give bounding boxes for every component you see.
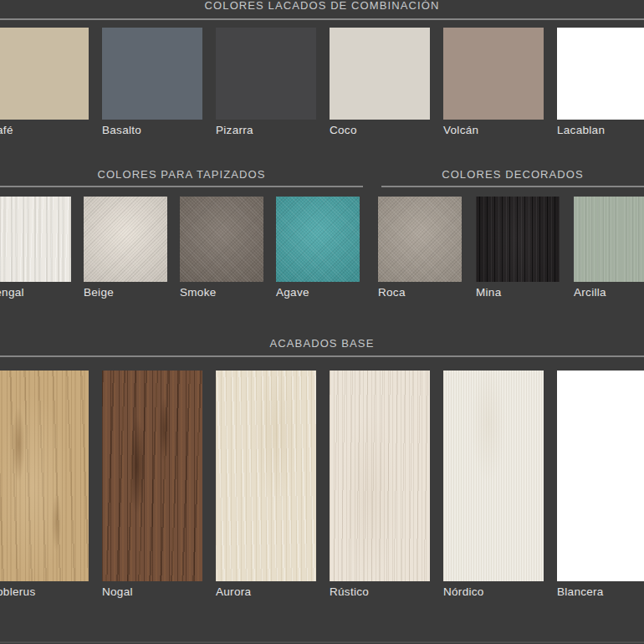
- swatch-label: Basalto: [102, 124, 202, 136]
- swatch-blancera: Blancera: [557, 371, 644, 598]
- swatch-arcilla: Arcilla: [574, 197, 644, 299]
- acabados-swatch-row: Roblerus Nogal Aurora Rústico Nórdico Bl…: [0, 371, 644, 598]
- swatch-pizarra: Pizarra: [216, 28, 316, 136]
- swatch-aurora: Aurora: [216, 371, 316, 598]
- section-rule-acabados: [0, 355, 644, 357]
- swatch-roca: Roca: [378, 197, 462, 299]
- swatch-blancera-tile: [557, 371, 644, 581]
- section-title-lacados: COLORES LACADOS DE COMBINACIÓN: [0, 0, 644, 13]
- swatch-nordico-tile: [443, 371, 544, 581]
- section-title-acabados: ACABADOS BASE: [0, 336, 644, 351]
- decorados-swatch-row: Roca Mina Arcilla: [378, 197, 644, 299]
- swatch-lacablan: Lacablan: [557, 28, 644, 136]
- swatch-label: Aurora: [216, 585, 316, 598]
- swatch-label: Bengal: [0, 286, 71, 299]
- swatch-arcilla-tile: [574, 197, 644, 282]
- swatch-label: Pizarra: [216, 124, 316, 136]
- swatch-agave-tile: [276, 197, 360, 282]
- section-rule-tapizados: [0, 186, 363, 187]
- swatch-aurora-tile: [216, 371, 316, 581]
- swatch-label: Nogal: [102, 585, 202, 598]
- swatch-label: Lacablan: [557, 124, 644, 136]
- lacados-swatch-row: Café Basalto Pizarra Coco Volcán Lacabla…: [0, 28, 644, 136]
- swatch-label: Volcán: [443, 124, 544, 136]
- section-title-decorados: COLORES DECORADOS: [381, 167, 644, 182]
- swatch-cafe-tile: [0, 28, 89, 120]
- swatch-label: Coco: [330, 124, 430, 136]
- swatch-label: Mina: [476, 286, 560, 299]
- swatch-label: Café: [0, 124, 89, 136]
- swatch-label: Smoke: [180, 286, 263, 299]
- swatch-beige: Beige: [84, 197, 167, 299]
- swatch-beige-tile: [84, 197, 167, 282]
- swatch-nordico: Nórdico: [443, 371, 544, 598]
- swatch-label: Rústico: [330, 585, 430, 598]
- swatch-bengal-tile: [0, 197, 71, 282]
- swatch-nogal: Nogal: [102, 371, 202, 598]
- swatch-label: Roblerus: [0, 585, 89, 598]
- swatch-label: Arcilla: [574, 286, 644, 299]
- swatch-smoke-tile: [180, 197, 263, 282]
- section-title-tapizados: COLORES PARA TAPIZADOS: [0, 167, 363, 182]
- swatch-rustico-tile: [330, 371, 430, 581]
- swatch-agave: Agave: [276, 197, 360, 299]
- tapizados-swatch-row: Bengal Beige Smoke Agave: [0, 197, 360, 299]
- swatch-label: Nórdico: [443, 585, 544, 598]
- swatch-label: Roca: [378, 286, 462, 299]
- swatch-volcan-tile: [443, 28, 544, 120]
- swatch-roca-tile: [378, 197, 462, 282]
- swatch-roblerus-tile: [0, 371, 89, 581]
- swatch-mina-tile: [476, 197, 560, 282]
- swatch-pizarra-tile: [216, 28, 316, 120]
- swatch-mina: Mina: [476, 197, 560, 299]
- swatch-basalto: Basalto: [102, 28, 202, 136]
- swatch-roblerus: Roblerus: [0, 371, 89, 598]
- swatch-smoke: Smoke: [180, 197, 263, 299]
- swatch-basalto-tile: [102, 28, 202, 120]
- swatch-nogal-tile: [102, 371, 202, 581]
- swatch-rustico: Rústico: [330, 371, 430, 598]
- page-bottom-rule: [0, 641, 644, 643]
- swatch-label: Blancera: [557, 585, 644, 598]
- section-rule-decorados: [381, 186, 644, 187]
- swatch-volcan: Volcán: [443, 28, 544, 136]
- swatch-label: Beige: [84, 286, 167, 299]
- swatch-coco: Coco: [330, 28, 430, 136]
- swatch-bengal: Bengal: [0, 197, 71, 299]
- section-rule-lacados: [0, 18, 644, 20]
- swatch-label: Agave: [276, 286, 360, 299]
- swatch-lacablan-tile: [557, 28, 644, 120]
- swatch-cafe: Café: [0, 28, 89, 136]
- swatch-coco-tile: [330, 28, 430, 120]
